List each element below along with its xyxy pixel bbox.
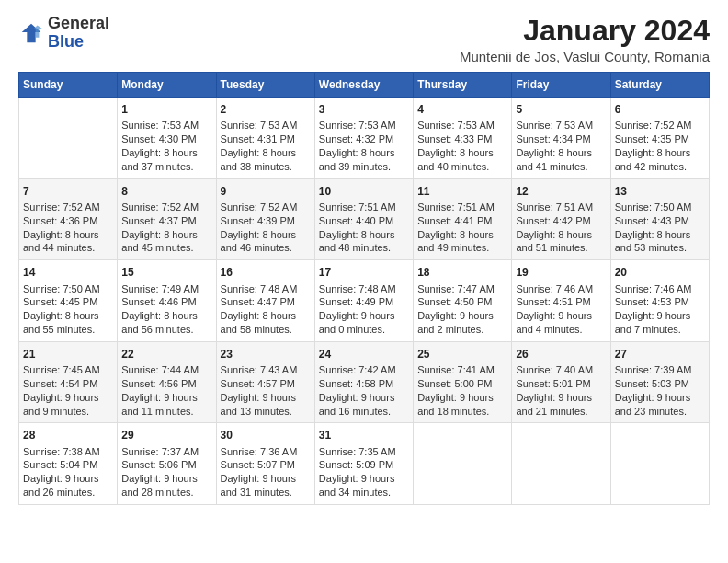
day-number: 14 (23, 265, 113, 280)
day-number: 25 (417, 347, 507, 362)
calendar-cell (512, 423, 610, 505)
cell-info: Sunset: 4:50 PM (417, 295, 507, 309)
cell-info: Daylight: 8 hours (615, 228, 705, 242)
cell-info: Daylight: 8 hours (516, 146, 606, 160)
cell-info: Sunrise: 7:53 AM (516, 119, 606, 132)
weekday-header-monday: Monday (118, 73, 216, 98)
cell-info: Sunrise: 7:49 AM (121, 282, 211, 296)
day-number: 26 (516, 347, 606, 362)
subtitle: Muntenii de Jos, Vaslui County, Romania (460, 49, 710, 64)
cell-info: Sunrise: 7:51 AM (319, 201, 409, 214)
calendar-cell: 14Sunrise: 7:50 AMSunset: 4:45 PMDayligh… (19, 260, 118, 342)
cell-info: and 18 minutes. (417, 405, 507, 419)
calendar-cell: 12Sunrise: 7:51 AMSunset: 4:42 PMDayligh… (512, 178, 610, 260)
calendar-week-row: 28Sunrise: 7:38 AMSunset: 5:04 PMDayligh… (19, 423, 710, 505)
weekday-header-thursday: Thursday (414, 73, 512, 98)
cell-info: Sunset: 4:51 PM (516, 295, 606, 309)
cell-info: and 38 minutes. (221, 160, 311, 174)
cell-info: Sunset: 4:47 PM (221, 295, 311, 309)
cell-info: Sunset: 4:54 PM (23, 377, 113, 391)
cell-info: Sunrise: 7:36 AM (221, 445, 311, 459)
cell-info: Sunrise: 7:53 AM (121, 119, 211, 132)
cell-info: Daylight: 9 hours (615, 309, 705, 323)
cell-info: and 2 minutes. (417, 323, 507, 337)
calendar-cell (414, 423, 512, 505)
cell-info: Sunset: 4:46 PM (121, 295, 211, 309)
cell-info: Sunset: 5:04 PM (23, 458, 113, 472)
cell-info: Sunrise: 7:46 AM (516, 282, 606, 296)
calendar-header-row: SundayMondayTuesdayWednesdayThursdayFrid… (19, 73, 710, 98)
day-number: 24 (319, 347, 409, 362)
cell-info: Sunset: 4:40 PM (319, 214, 409, 228)
day-number: 9 (221, 184, 311, 199)
cell-info: and 46 minutes. (221, 241, 311, 255)
weekday-header-sunday: Sunday (19, 73, 118, 98)
cell-info: and 45 minutes. (121, 241, 211, 255)
cell-info: Daylight: 8 hours (319, 228, 409, 242)
cell-info: Sunset: 4:42 PM (516, 214, 606, 228)
cell-info: Sunrise: 7:52 AM (221, 201, 311, 214)
calendar-cell (19, 98, 118, 179)
cell-info: and 37 minutes. (121, 160, 211, 174)
cell-info: Daylight: 8 hours (319, 146, 409, 160)
calendar-cell: 7Sunrise: 7:52 AMSunset: 4:36 PMDaylight… (19, 178, 118, 260)
cell-info: Daylight: 8 hours (615, 146, 705, 160)
logo: General Blue (18, 15, 109, 52)
cell-info: and 31 minutes. (221, 486, 311, 500)
day-number: 15 (121, 265, 211, 280)
calendar-cell (610, 423, 709, 505)
cell-info: Sunrise: 7:37 AM (121, 445, 211, 459)
cell-info: Sunset: 4:36 PM (23, 214, 113, 228)
calendar-cell: 20Sunrise: 7:46 AMSunset: 4:53 PMDayligh… (610, 260, 709, 342)
cell-info: Daylight: 8 hours (121, 228, 211, 242)
day-number: 23 (221, 347, 311, 362)
calendar-cell: 11Sunrise: 7:51 AMSunset: 4:41 PMDayligh… (414, 178, 512, 260)
cell-info: Sunset: 4:39 PM (221, 214, 311, 228)
day-number: 6 (615, 102, 705, 117)
day-number: 13 (615, 184, 705, 199)
cell-info: Sunrise: 7:51 AM (417, 201, 507, 214)
cell-info: and 58 minutes. (221, 323, 311, 337)
cell-info: Sunset: 4:57 PM (221, 377, 311, 391)
calendar-cell: 29Sunrise: 7:37 AMSunset: 5:06 PMDayligh… (118, 423, 216, 505)
calendar-cell: 26Sunrise: 7:40 AMSunset: 5:01 PMDayligh… (512, 341, 610, 423)
cell-info: Sunrise: 7:52 AM (23, 201, 113, 214)
cell-info: and 56 minutes. (121, 323, 211, 337)
day-number: 12 (516, 184, 606, 199)
cell-info: Sunset: 4:31 PM (221, 132, 311, 146)
day-number: 2 (221, 102, 311, 117)
cell-info: and 42 minutes. (615, 160, 705, 174)
cell-info: and 0 minutes. (319, 323, 409, 337)
day-number: 29 (121, 428, 211, 442)
day-number: 16 (221, 265, 311, 280)
page-header: General Blue January 2024 Muntenii de Jo… (18, 15, 710, 64)
cell-info: Daylight: 8 hours (23, 309, 113, 323)
logo-text: General Blue (48, 15, 109, 52)
cell-info: Sunset: 4:34 PM (516, 132, 606, 146)
cell-info: Daylight: 9 hours (221, 391, 311, 405)
cell-info: Sunrise: 7:44 AM (121, 363, 211, 377)
calendar-cell: 19Sunrise: 7:46 AMSunset: 4:51 PMDayligh… (512, 260, 610, 342)
day-number: 31 (319, 428, 409, 442)
calendar-cell: 23Sunrise: 7:43 AMSunset: 4:57 PMDayligh… (216, 341, 314, 423)
day-number: 28 (23, 428, 113, 442)
cell-info: Daylight: 8 hours (417, 146, 507, 160)
calendar-cell: 1Sunrise: 7:53 AMSunset: 4:30 PMDaylight… (118, 98, 216, 179)
day-number: 20 (615, 265, 705, 280)
cell-info: and 44 minutes. (23, 241, 113, 255)
cell-info: Daylight: 8 hours (221, 228, 311, 242)
day-number: 11 (417, 184, 507, 199)
cell-info: Sunset: 4:53 PM (615, 295, 705, 309)
cell-info: Sunset: 4:56 PM (121, 377, 211, 391)
cell-info: Sunrise: 7:52 AM (121, 201, 211, 214)
cell-info: Sunrise: 7:53 AM (417, 119, 507, 132)
calendar-cell: 8Sunrise: 7:52 AMSunset: 4:37 PMDaylight… (118, 178, 216, 260)
cell-info: Daylight: 9 hours (319, 472, 409, 486)
cell-info: Sunrise: 7:42 AM (319, 363, 409, 377)
day-number: 4 (417, 102, 507, 117)
cell-info: Daylight: 9 hours (121, 391, 211, 405)
weekday-header-friday: Friday (512, 73, 610, 98)
day-number: 17 (319, 265, 409, 280)
day-number: 18 (417, 265, 507, 280)
day-number: 10 (319, 184, 409, 199)
